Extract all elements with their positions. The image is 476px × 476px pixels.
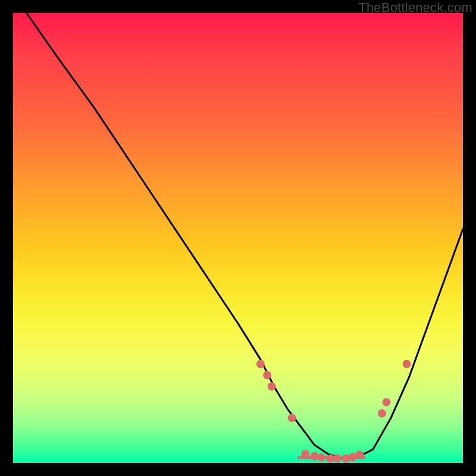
data-marker (301, 450, 309, 458)
data-marker (378, 409, 386, 418)
data-marker (333, 454, 341, 462)
data-marker (355, 450, 364, 459)
chart-frame (13, 13, 463, 463)
data-markers (256, 360, 411, 463)
chart-svg (13, 13, 463, 463)
data-marker (263, 371, 271, 380)
bottleneck-curve (27, 13, 463, 458)
data-marker (403, 360, 411, 368)
data-marker (288, 414, 296, 422)
data-marker (383, 398, 391, 406)
data-marker (317, 453, 325, 462)
data-marker (256, 360, 265, 368)
data-marker (268, 383, 276, 391)
watermark-text: TheBottleneck.com (358, 0, 472, 15)
